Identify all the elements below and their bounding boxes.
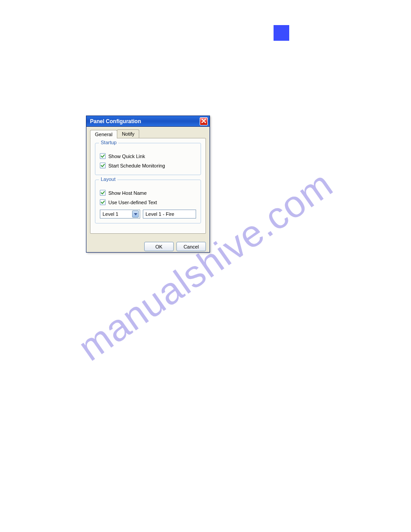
group-startup-legend: Startup	[99, 140, 118, 145]
panel-configuration-dialog: Panel Configuration General Notify Start…	[86, 116, 210, 253]
level-select-arrow[interactable]	[132, 210, 139, 218]
row-show-host-name: Show Host Name	[100, 188, 196, 197]
dialog-client-area: General Notify Startup Show Quick Link	[86, 127, 210, 238]
checkbox-start-schedule-monitoring[interactable]	[100, 163, 106, 168]
tabstrip: General Notify	[90, 129, 206, 138]
close-icon	[201, 119, 206, 124]
tab-notify[interactable]: Notify	[117, 129, 139, 138]
group-startup: Startup Show Quick Link S	[95, 143, 201, 175]
level-select[interactable]: Level 1	[100, 210, 140, 219]
label-show-quick-link: Show Quick Link	[108, 154, 145, 159]
tab-general[interactable]: General	[90, 130, 117, 138]
check-icon	[101, 163, 105, 168]
label-show-host-name: Show Host Name	[108, 190, 147, 196]
button-row: OK Cancel	[86, 238, 210, 252]
label-use-user-defined-text: Use User-defined Text	[108, 200, 157, 205]
group-layout: Layout Show Host Name Use	[95, 180, 201, 223]
ok-button[interactable]: OK	[144, 242, 174, 251]
level-text-field[interactable]: Level 1 - Fire	[143, 210, 196, 219]
titlebar-text: Panel Configuration	[90, 118, 141, 124]
checkbox-use-user-defined-text[interactable]	[100, 199, 106, 205]
tabpanel-general: Startup Show Quick Link S	[90, 138, 206, 234]
checkbox-show-quick-link[interactable]	[100, 153, 106, 159]
group-layout-legend: Layout	[99, 176, 117, 182]
check-icon	[101, 154, 105, 159]
close-button[interactable]	[200, 117, 208, 125]
level-select-value: Level 1	[103, 211, 118, 217]
label-start-schedule-monitoring: Start Schedule Monitoring	[108, 163, 165, 168]
row-use-user-defined-text: Use User-defined Text	[100, 197, 196, 207]
chevron-down-icon	[134, 211, 137, 217]
titlebar[interactable]: Panel Configuration	[86, 116, 210, 127]
check-icon	[101, 200, 105, 205]
row-show-quick-link: Show Quick Link	[100, 151, 196, 161]
row-level-select: Level 1 Level 1 - Fire	[100, 210, 196, 219]
check-icon	[101, 190, 105, 196]
row-start-schedule-monitoring: Start Schedule Monitoring	[100, 161, 196, 170]
page-number-square	[274, 25, 289, 41]
checkbox-show-host-name[interactable]	[100, 190, 106, 196]
cancel-button[interactable]: Cancel	[176, 242, 206, 251]
